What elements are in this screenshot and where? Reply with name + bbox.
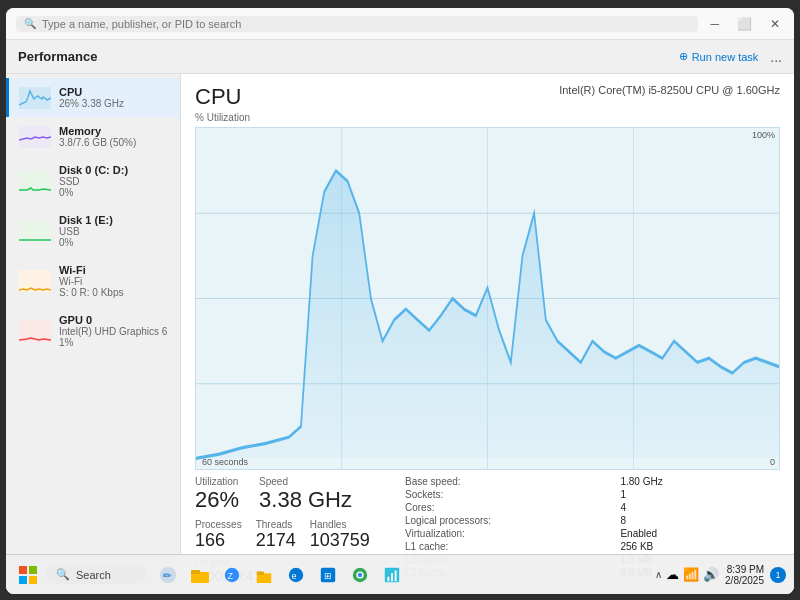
start-button[interactable] bbox=[14, 561, 42, 589]
cpu-graph-svg bbox=[196, 128, 779, 469]
search-wrapper[interactable]: 🔍 bbox=[16, 16, 698, 32]
processes-value: 166 bbox=[195, 530, 242, 551]
tray-wifi-icon: 📶 bbox=[683, 567, 699, 582]
sidebar-item-disk1[interactable]: Disk 1 (E:) USB 0% bbox=[6, 206, 180, 256]
taskbar-icon-chrome[interactable] bbox=[346, 561, 374, 589]
title-bar-right: ⊕ Run new task ... bbox=[679, 49, 782, 65]
sidebar-wifi-label: Wi-Fi bbox=[59, 264, 123, 276]
threads-block: Threads 2174 bbox=[256, 519, 296, 551]
clock-time: 8:39 PM bbox=[725, 564, 764, 575]
detail-header: CPU Intel(R) Core(TM) i5-8250U CPU @ 1.6… bbox=[195, 84, 780, 110]
sidebar-gpu0-info: GPU 0 Intel(R) UHD Graphics 6 1% bbox=[59, 314, 167, 348]
base-speed-key: Base speed: bbox=[405, 476, 608, 487]
main-content: CPU 26% 3.38 GHz Memory 3.8/7.6 GB (50%) bbox=[6, 74, 794, 594]
cpu-mini-chart bbox=[19, 87, 51, 109]
zoom-icon: Z bbox=[223, 566, 241, 584]
pen-icon: ✏ bbox=[159, 566, 177, 584]
search-icon: 🔍 bbox=[24, 18, 36, 29]
sidebar-wifi-sublabel2: S: 0 R: 0 Kbps bbox=[59, 287, 123, 298]
tray-cloud-icon: ☁ bbox=[666, 567, 679, 582]
graph-bottom-label: 0 bbox=[770, 457, 775, 467]
cores-value: 4 bbox=[620, 502, 780, 513]
svg-rect-20 bbox=[191, 570, 200, 574]
sidebar-disk0-info: Disk 0 (C: D:) SSD 0% bbox=[59, 164, 128, 198]
sidebar-disk1-info: Disk 1 (E:) USB 0% bbox=[59, 214, 113, 248]
sidebar-disk1-sublabel2: 0% bbox=[59, 237, 113, 248]
close-button[interactable]: ✕ bbox=[766, 15, 784, 33]
sockets-value: 1 bbox=[620, 489, 780, 500]
handles-value: 103759 bbox=[310, 530, 370, 551]
svg-text:⊞: ⊞ bbox=[324, 570, 332, 580]
svg-rect-35 bbox=[395, 570, 397, 581]
taskbar-icon-files[interactable] bbox=[250, 561, 278, 589]
chrome-icon bbox=[351, 566, 369, 584]
files-icon bbox=[255, 566, 273, 584]
taskbar-icon-explorer[interactable] bbox=[186, 561, 214, 589]
title-bar: Performance ⊕ Run new task ... bbox=[6, 40, 794, 74]
base-speed-value: 1.80 GHz bbox=[620, 476, 780, 487]
restore-button[interactable]: ⬜ bbox=[733, 15, 756, 33]
handles-label: Handles bbox=[310, 519, 370, 530]
window-title: Performance bbox=[18, 49, 97, 64]
tray-volume-icon: 🔊 bbox=[703, 567, 719, 582]
taskbar-right: ∧ ☁ 📶 🔊 8:39 PM 2/8/2025 1 bbox=[655, 564, 786, 586]
sidebar-item-disk0[interactable]: Disk 0 (C: D:) SSD 0% bbox=[6, 156, 180, 206]
gpu0-mini-chart bbox=[19, 320, 51, 342]
svg-point-31 bbox=[358, 572, 363, 577]
taskbar-search[interactable]: 🔍 Search bbox=[46, 565, 146, 584]
explorer-icon bbox=[190, 566, 210, 584]
memory-mini-chart bbox=[19, 126, 51, 148]
store-icon: ⊞ bbox=[319, 566, 337, 584]
l1-key: L1 cache: bbox=[405, 541, 608, 552]
taskbar-icon-edge[interactable]: e bbox=[282, 561, 310, 589]
sidebar-gpu0-sublabel2: 1% bbox=[59, 337, 167, 348]
graph-time-label: 60 seconds bbox=[202, 457, 248, 467]
taskbar-icons: ✏ Z bbox=[154, 561, 406, 589]
search-input[interactable] bbox=[42, 18, 690, 30]
svg-rect-16 bbox=[29, 576, 37, 584]
sidebar-disk1-label: Disk 1 (E:) bbox=[59, 214, 113, 226]
more-options-button[interactable]: ... bbox=[770, 49, 782, 65]
sidebar-item-gpu0[interactable]: GPU 0 Intel(R) UHD Graphics 6 1% bbox=[6, 306, 180, 356]
tray-time[interactable]: 8:39 PM 2/8/2025 bbox=[725, 564, 764, 586]
run-task-icon: ⊕ bbox=[679, 50, 688, 63]
notification-badge[interactable]: 1 bbox=[770, 567, 786, 583]
taskbar-icon-pen[interactable]: ✏ bbox=[154, 561, 182, 589]
run-new-task-button[interactable]: ⊕ Run new task bbox=[679, 50, 759, 63]
utilization-value: 26% bbox=[195, 487, 239, 513]
svg-text:✏: ✏ bbox=[163, 569, 172, 580]
logical-value: 8 bbox=[620, 515, 780, 526]
sidebar-item-cpu[interactable]: CPU 26% 3.38 GHz bbox=[6, 78, 180, 117]
sidebar: CPU 26% 3.38 GHz Memory 3.8/7.6 GB (50%) bbox=[6, 74, 181, 594]
taskbar-icon-zoom[interactable]: Z bbox=[218, 561, 246, 589]
sidebar-item-memory[interactable]: Memory 3.8/7.6 GB (50%) bbox=[6, 117, 180, 156]
minimize-button[interactable]: ─ bbox=[706, 15, 723, 33]
taskbar-search-icon: 🔍 bbox=[56, 568, 70, 581]
search-bar: 🔍 ─ ⬜ ✕ bbox=[6, 8, 794, 40]
disk1-mini-chart bbox=[19, 220, 51, 242]
sidebar-disk1-sublabel: USB bbox=[59, 226, 113, 237]
speed-value: 3.38 GHz bbox=[259, 487, 352, 513]
processes-block: Processes 166 bbox=[195, 519, 242, 551]
detail-subtitle: Intel(R) Core(TM) i5-8250U CPU @ 1.60GHz bbox=[559, 84, 780, 96]
cpu-graph: 100% 0 60 seconds bbox=[195, 127, 780, 470]
taskbar-icon-taskmgr[interactable] bbox=[378, 561, 406, 589]
speed-label: Speed bbox=[259, 476, 352, 487]
svg-rect-14 bbox=[29, 566, 37, 574]
detail-util-label: % Utilization bbox=[195, 112, 780, 123]
disk0-mini-chart bbox=[19, 170, 51, 192]
sidebar-item-wifi[interactable]: Wi-Fi Wi-Fi S: 0 R: 0 Kbps bbox=[6, 256, 180, 306]
speed-block: Speed 3.38 GHz bbox=[259, 476, 352, 513]
svg-rect-34 bbox=[391, 573, 393, 581]
windows-logo-icon bbox=[19, 566, 37, 584]
sidebar-gpu0-sublabel: Intel(R) UHD Graphics 6 bbox=[59, 326, 167, 337]
run-task-label: Run new task bbox=[692, 51, 759, 63]
title-bar-left: Performance bbox=[18, 49, 97, 64]
svg-rect-13 bbox=[19, 566, 27, 574]
taskbar: 🔍 Search ✏ Z bbox=[6, 554, 794, 594]
taskbar-icon-store[interactable]: ⊞ bbox=[314, 561, 342, 589]
utilization-block: Utilization 26% bbox=[195, 476, 239, 513]
detail-panel: CPU Intel(R) Core(TM) i5-8250U CPU @ 1.6… bbox=[181, 74, 794, 594]
svg-rect-3 bbox=[19, 220, 51, 242]
tray-chevron-icon[interactable]: ∧ bbox=[655, 569, 662, 580]
